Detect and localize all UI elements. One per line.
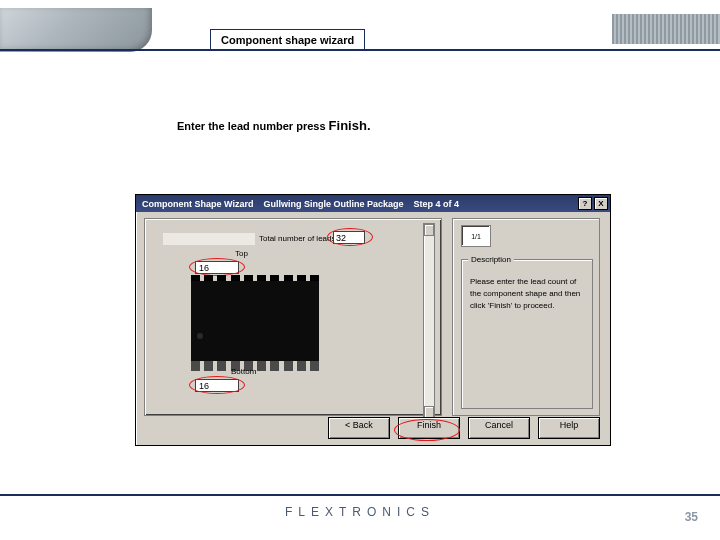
- dialog-title-main: Component Shape Wizard: [136, 199, 253, 209]
- description-frame: Description Please enter the lead count …: [461, 259, 593, 409]
- panel-stripe: [163, 233, 255, 245]
- chip-pin1-dot: [197, 333, 203, 339]
- dialog-body: Total number of leads 32 Top 16 Bottom 1…: [136, 212, 610, 445]
- dialog-help-button[interactable]: ?: [578, 197, 592, 210]
- instruction-action: Finish.: [329, 118, 371, 133]
- slide-title-tab: Component shape wizard: [210, 29, 365, 50]
- preview-thumbnail: 1/1: [461, 225, 491, 247]
- panel-scrollbar[interactable]: [423, 223, 435, 419]
- dialog-title-subtype: Gullwing Single Outline Package: [253, 199, 403, 209]
- description-text: Please enter the lead count of the compo…: [470, 276, 586, 312]
- cancel-button[interactable]: Cancel: [468, 417, 530, 439]
- highlight-total-leads: [327, 228, 373, 246]
- main-panel: Total number of leads 32 Top 16 Bottom 1…: [144, 218, 442, 416]
- highlight-finish: [394, 419, 460, 441]
- component-shape-wizard-dialog: Component Shape Wizard Gullwing Single O…: [135, 194, 611, 446]
- description-label: Description: [468, 255, 514, 264]
- page-number: 35: [685, 510, 698, 524]
- dialog-titlebar: Component Shape Wizard Gullwing Single O…: [136, 195, 610, 212]
- dialog-title-step: Step 4 of 4: [403, 199, 459, 209]
- instruction-text: Enter the lead number press Finish.: [177, 118, 371, 133]
- header-device-image: [0, 8, 152, 52]
- highlight-top: [189, 258, 245, 276]
- footer-brand: FLEXTRONICS: [0, 505, 720, 519]
- scroll-up-button[interactable]: [424, 224, 434, 236]
- highlight-bottom: [189, 376, 245, 394]
- footer-rule: [0, 494, 720, 496]
- right-panel: 1/1 Description Please enter the lead co…: [452, 218, 600, 416]
- instruction-pre: Enter the lead number press: [177, 120, 329, 132]
- total-leads-label: Total number of leads: [259, 234, 336, 243]
- help-button[interactable]: Help: [538, 417, 600, 439]
- dialog-close-button[interactable]: X: [594, 197, 608, 210]
- dialog-button-row: < Back Finish Cancel Help: [136, 417, 610, 439]
- bottom-label: Bottom: [231, 367, 256, 376]
- back-button[interactable]: < Back: [328, 417, 390, 439]
- top-label: Top: [235, 249, 248, 258]
- chip-body: [191, 281, 319, 361]
- header-stripe: [612, 14, 720, 44]
